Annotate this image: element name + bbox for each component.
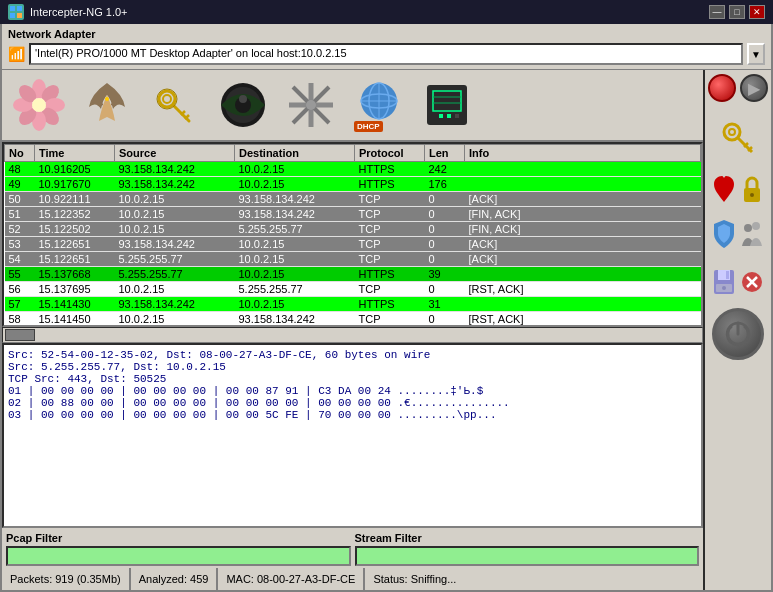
network-adapter-section: Network Adapter 📶 'Intel(R) PRO/1000 MT … bbox=[2, 24, 771, 70]
minimize-button[interactable]: — bbox=[709, 5, 725, 19]
svg-rect-40 bbox=[447, 114, 451, 118]
sniff-status: Status: Sniffing... bbox=[365, 568, 703, 590]
svg-rect-39 bbox=[439, 114, 443, 118]
svg-point-48 bbox=[750, 193, 754, 197]
table-row[interactable]: 5415.1226515.255.255.7710.0.2.15TCP0[ACK… bbox=[5, 252, 701, 267]
svg-rect-1 bbox=[17, 6, 22, 11]
close-red-button[interactable] bbox=[708, 74, 736, 102]
svg-point-29 bbox=[306, 100, 316, 110]
packet-table-container[interactable]: No Time Source Destination Protocol Len … bbox=[2, 142, 703, 327]
stream-filter-input[interactable] bbox=[355, 546, 700, 566]
power-button[interactable] bbox=[712, 308, 764, 360]
detail-line: TCP Src: 443, Dst: 50525 bbox=[8, 373, 697, 385]
adapter-label: Network Adapter bbox=[8, 28, 765, 40]
close-button[interactable]: ✕ bbox=[749, 5, 765, 19]
ninja-icon[interactable] bbox=[282, 76, 340, 134]
col-no[interactable]: No bbox=[5, 145, 35, 162]
adapter-select[interactable]: 'Intel(R) PRO/1000 MT Desktop Adapter' o… bbox=[29, 43, 743, 65]
table-row[interactable]: 5515.1376685.255.255.7710.0.2.15HTTPS39 bbox=[5, 267, 701, 282]
close-x-icon[interactable] bbox=[740, 262, 764, 302]
people-icon[interactable] bbox=[740, 216, 764, 256]
heart-icon[interactable] bbox=[712, 170, 736, 210]
adapter-dropdown-button[interactable]: ▼ bbox=[747, 43, 765, 65]
left-panel: DHCP bbox=[2, 70, 703, 590]
target-icon[interactable] bbox=[214, 76, 272, 134]
pcap-filter-group: Pcap Filter bbox=[6, 532, 351, 566]
network-icon: 📶 bbox=[8, 46, 25, 62]
titlebar-left: Intercepter-NG 1.0+ bbox=[8, 4, 128, 20]
col-info[interactable]: Info bbox=[465, 145, 701, 162]
mac-status: MAC: 08-00-27-A3-DF-CE bbox=[218, 568, 365, 590]
detail-line: Src: 52-54-00-12-35-02, Dst: 08-00-27-A3… bbox=[8, 349, 697, 361]
flower-icon[interactable] bbox=[10, 76, 68, 134]
titlebar-controls: — □ ✕ bbox=[709, 5, 765, 19]
packet-table: No Time Source Destination Protocol Len … bbox=[4, 144, 701, 327]
lock-icon[interactable] bbox=[740, 170, 764, 210]
icon-toolbar: DHCP bbox=[2, 70, 703, 142]
detail-line: 03 | 00 00 00 00 | 00 00 00 00 | 00 00 5… bbox=[8, 409, 697, 421]
dhcp-icon[interactable]: DHCP bbox=[350, 76, 408, 134]
svg-rect-41 bbox=[455, 114, 459, 118]
detail-line: 01 | 00 00 00 00 | 00 00 00 00 | 00 00 8… bbox=[8, 385, 697, 397]
status-bar: Packets: 919 (0.35Mb) Analyzed: 459 MAC:… bbox=[2, 568, 703, 590]
packet-tbody: 4810.91620593.158.134.24210.0.2.15HTTPS2… bbox=[5, 162, 701, 327]
table-row[interactable]: 4810.91620593.158.134.24210.0.2.15HTTPS2… bbox=[5, 162, 701, 177]
disk-icon[interactable] bbox=[712, 262, 736, 302]
keys-icon[interactable] bbox=[146, 76, 204, 134]
app-icon bbox=[8, 4, 24, 20]
svg-point-49 bbox=[744, 224, 752, 232]
table-row[interactable]: 5115.12235210.0.2.1593.158.134.242TCP0[F… bbox=[5, 207, 701, 222]
packet-detail[interactable]: Src: 52-54-00-12-35-02, Dst: 08-00-27-A3… bbox=[2, 343, 703, 528]
shield-people-row bbox=[712, 216, 764, 256]
svg-point-13 bbox=[32, 98, 46, 112]
col-proto[interactable]: Protocol bbox=[355, 145, 425, 162]
table-row[interactable]: 5010.92211110.0.2.1593.158.134.242TCP0[A… bbox=[5, 192, 701, 207]
filters-row: Pcap Filter Stream Filter bbox=[2, 528, 703, 568]
heart-lock-row bbox=[712, 170, 764, 210]
table-row[interactable]: 5215.12250210.0.2.155.255.255.77TCP0[FIN… bbox=[5, 222, 701, 237]
password-icon[interactable] bbox=[712, 112, 764, 164]
maximize-button[interactable]: □ bbox=[729, 5, 745, 19]
col-time[interactable]: Time bbox=[35, 145, 115, 162]
svg-point-50 bbox=[752, 222, 760, 230]
detail-line: 02 | 00 88 00 00 | 00 00 00 00 | 00 00 0… bbox=[8, 397, 697, 409]
table-row[interactable]: 5815.14145010.0.2.1593.158.134.242TCP0[R… bbox=[5, 312, 701, 327]
table-row[interactable]: 4910.91767093.158.134.24210.0.2.15HTTPS1… bbox=[5, 177, 701, 192]
detail-line: Src: 5.255.255.77, Dst: 10.0.2.15 bbox=[8, 361, 697, 373]
svg-rect-3 bbox=[17, 13, 22, 18]
horizontal-scrollbar[interactable] bbox=[2, 327, 703, 343]
svg-point-43 bbox=[729, 129, 735, 135]
pcap-filter-label: Pcap Filter bbox=[6, 532, 351, 544]
table-header-row: No Time Source Destination Protocol Len … bbox=[5, 145, 701, 162]
svg-rect-0 bbox=[10, 6, 15, 11]
eagle-icon[interactable] bbox=[78, 76, 136, 134]
stream-filter-label: Stream Filter bbox=[355, 532, 700, 544]
svg-rect-53 bbox=[726, 271, 729, 279]
shield-icon[interactable] bbox=[712, 216, 736, 256]
svg-point-24 bbox=[239, 95, 247, 103]
stream-filter-group: Stream Filter bbox=[355, 532, 700, 566]
right-sidebar: ▶ bbox=[703, 70, 771, 590]
scroll-thumb[interactable] bbox=[5, 329, 35, 341]
top-buttons: ▶ bbox=[708, 74, 768, 102]
titlebar: Intercepter-NG 1.0+ — □ ✕ bbox=[0, 0, 773, 24]
svg-rect-2 bbox=[10, 13, 15, 18]
pcap-filter-input[interactable] bbox=[6, 546, 351, 566]
col-dest[interactable]: Destination bbox=[235, 145, 355, 162]
table-row[interactable]: 5715.14143093.158.134.24210.0.2.15HTTPS3… bbox=[5, 297, 701, 312]
svg-point-16 bbox=[163, 95, 171, 103]
col-source[interactable]: Source bbox=[115, 145, 235, 162]
svg-point-55 bbox=[722, 286, 726, 290]
disk-x-row bbox=[712, 262, 764, 302]
scan-icon[interactable] bbox=[418, 76, 476, 134]
go-button[interactable]: ▶ bbox=[740, 74, 768, 102]
col-len[interactable]: Len bbox=[425, 145, 465, 162]
analyzed-status: Analyzed: 459 bbox=[131, 568, 219, 590]
main-window: Network Adapter 📶 'Intel(R) PRO/1000 MT … bbox=[0, 24, 773, 592]
table-row[interactable]: 5315.12265193.158.134.24210.0.2.15TCP0[A… bbox=[5, 237, 701, 252]
app-title: Intercepter-NG 1.0+ bbox=[30, 6, 128, 18]
svg-point-14 bbox=[105, 97, 109, 101]
adapter-row: 📶 'Intel(R) PRO/1000 MT Desktop Adapter'… bbox=[8, 43, 765, 65]
table-row[interactable]: 5615.13769510.0.2.155.255.255.77TCP0[RST… bbox=[5, 282, 701, 297]
packets-status: Packets: 919 (0.35Mb) bbox=[2, 568, 131, 590]
